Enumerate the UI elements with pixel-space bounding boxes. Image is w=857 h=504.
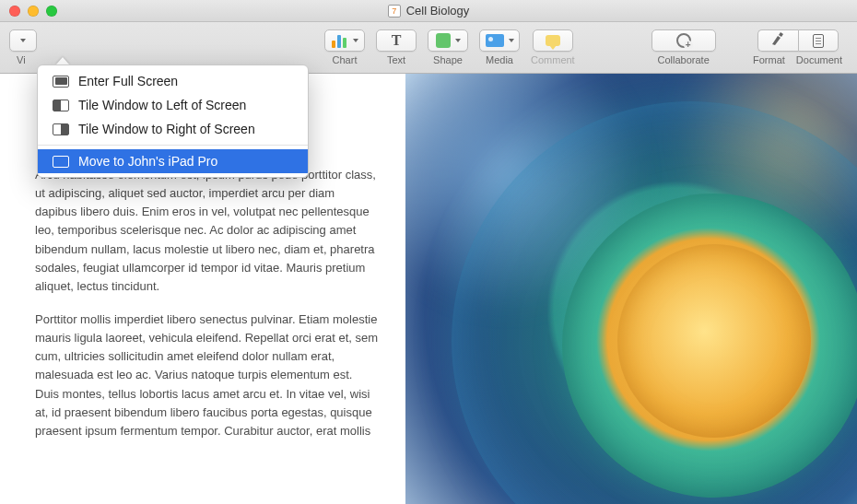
body-paragraph: Porttitor mollis imperdiet libero senect… <box>35 311 380 440</box>
fullscreen-rect-icon <box>53 76 69 88</box>
tile-right-icon <box>53 123 69 135</box>
shape-button[interactable] <box>428 29 468 52</box>
chevron-down-icon <box>353 39 358 42</box>
chart-label: Chart <box>333 54 358 65</box>
cell-nucleus <box>617 244 811 438</box>
menu-item-label: Tile Window to Right of Screen <box>78 122 255 136</box>
comment-label: Comment <box>531 54 575 65</box>
format-button[interactable] <box>757 29 798 52</box>
menu-item-label: Enter Full Screen <box>78 74 178 88</box>
format-label: Format <box>753 54 785 65</box>
fullscreen-window-button[interactable] <box>46 6 57 17</box>
tile-left-icon <box>53 100 69 111</box>
collaborate-button[interactable] <box>652 29 716 52</box>
shape-icon <box>436 33 451 48</box>
chevron-down-icon <box>509 39 514 42</box>
shape-toolbar-group: Shape <box>428 29 468 65</box>
collaborate-label: Collaborate <box>658 54 710 65</box>
text-icon: T <box>392 33 402 48</box>
collaborate-toolbar-group: Collaborate <box>652 29 716 65</box>
document-label: Document <box>796 54 842 65</box>
view-label-cut: Vi <box>17 54 29 65</box>
media-toolbar-group: Media <box>479 29 520 65</box>
format-brush-icon <box>769 32 786 50</box>
comment-button[interactable] <box>533 29 573 52</box>
menu-item-enter-full-screen[interactable]: Enter Full Screen <box>38 69 308 93</box>
document-image[interactable] <box>405 74 857 504</box>
media-label: Media <box>486 54 513 65</box>
collaborate-icon <box>676 33 691 48</box>
menu-item-move-to-ipad[interactable]: Move to John's iPad Pro <box>38 149 308 173</box>
window-title-text: Cell Biology <box>406 4 470 18</box>
text-toolbar-group: T Text <box>376 29 417 65</box>
media-button[interactable] <box>479 29 520 52</box>
chart-button[interactable] <box>324 29 365 52</box>
chevron-down-icon <box>20 39 26 42</box>
device-rect-icon <box>53 156 69 168</box>
inspector-toolbar-group: Format Document <box>753 29 842 65</box>
text-button[interactable]: T <box>376 29 417 52</box>
traffic-lights <box>0 6 57 17</box>
view-toolbar-group: Vi <box>9 29 37 65</box>
document-button[interactable] <box>798 29 839 52</box>
document-proxy-icon: 7 <box>388 5 401 18</box>
comment-icon <box>546 35 560 46</box>
menu-item-label: Move to John's iPad Pro <box>78 154 217 169</box>
comment-toolbar-group: Comment <box>531 29 575 65</box>
text-label: Text <box>387 54 405 65</box>
window-menu-popup: Enter Full Screen Tile Window to Left of… <box>37 64 309 178</box>
chart-toolbar-group: Chart <box>324 29 365 65</box>
minimize-window-button[interactable] <box>28 6 39 17</box>
chevron-down-icon <box>455 39 461 42</box>
window-title: 7 Cell Biology <box>0 4 857 18</box>
media-icon <box>486 34 504 47</box>
menu-item-tile-right[interactable]: Tile Window to Right of Screen <box>38 117 308 141</box>
body-paragraph: Arcu habitasse elementum est, ipsum puru… <box>35 166 380 296</box>
menu-separator <box>38 145 308 146</box>
view-button[interactable] <box>9 29 37 52</box>
menu-item-tile-left[interactable]: Tile Window to Left of Screen <box>38 93 308 117</box>
close-window-button[interactable] <box>9 6 20 17</box>
window-titlebar: 7 Cell Biology <box>0 0 857 22</box>
chart-icon <box>332 33 348 48</box>
shape-label: Shape <box>433 54 463 65</box>
menu-item-label: Tile Window to Left of Screen <box>78 98 246 112</box>
document-icon <box>813 34 824 48</box>
